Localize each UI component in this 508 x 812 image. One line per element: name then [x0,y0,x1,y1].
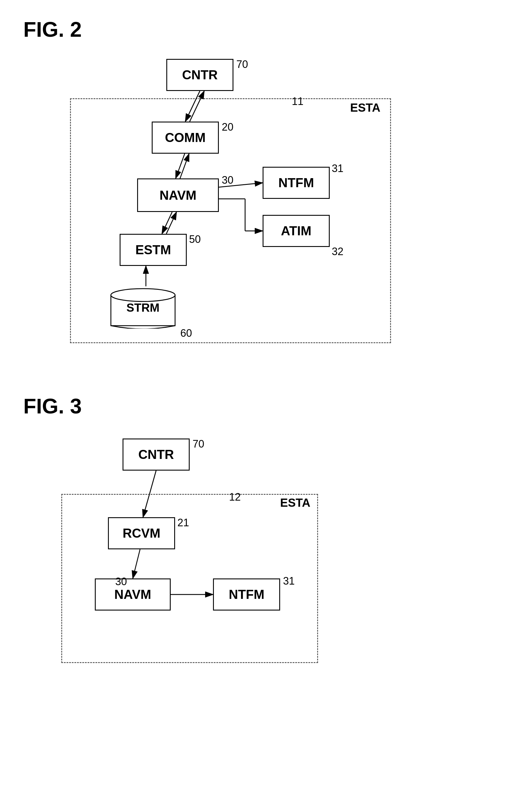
esta-ref-fig3: 12 [229,491,241,503]
estm-ref-fig2: 50 [189,233,201,245]
comm-ref-fig2: 20 [222,121,234,133]
comm-block-fig2: COMM [152,122,219,154]
ntfm-block-fig3: NTFM [213,578,280,611]
fig3-label: FIG. 3 [23,394,485,418]
cntr-block-fig3: CNTR [123,438,190,471]
atim-block-fig2: ATIM [263,215,330,247]
strm-block-fig2: STRM [108,286,178,329]
ntfm-ref-fig3: 31 [283,575,295,587]
rcvm-block-fig3: RCVM [108,517,175,549]
estm-block-fig2: ESTM [120,234,187,266]
ntfm-ref-fig2: 31 [332,162,343,175]
cntr-ref-fig2: 70 [236,58,248,70]
cntr-ref-fig3: 70 [193,438,204,450]
esta-label-fig2: ESTA [350,101,380,114]
fig3-diagram: ESTA 12 CNTR 70 RCVM 21 NAVM 30 NTFM 31 [41,430,362,692]
fig2-label: FIG. 2 [23,17,485,41]
atim-ref-fig2: 32 [332,245,343,258]
cntr-block-fig2: CNTR [166,59,234,91]
ntfm-block-fig2: NTFM [263,167,330,199]
page: FIG. 2 ESTA 11 CNTR 70 COMM 20 NAVM 30 N… [0,0,508,812]
navm-block-fig3: NAVM [95,578,171,611]
strm-ref-fig2: 60 [180,327,192,339]
navm-block-fig2: NAVM [137,179,219,212]
esta-label-fig3: ESTA [280,496,310,509]
fig2-diagram: ESTA 11 CNTR 70 COMM 20 NAVM 30 NTFM 31 … [41,53,449,359]
navm-ref-fig3: 30 [115,576,127,588]
svg-point-1 [111,289,175,301]
navm-ref-fig2: 30 [222,174,234,186]
esta-ref-fig2: 11 [292,95,303,108]
rcvm-ref-fig3: 21 [177,517,189,529]
